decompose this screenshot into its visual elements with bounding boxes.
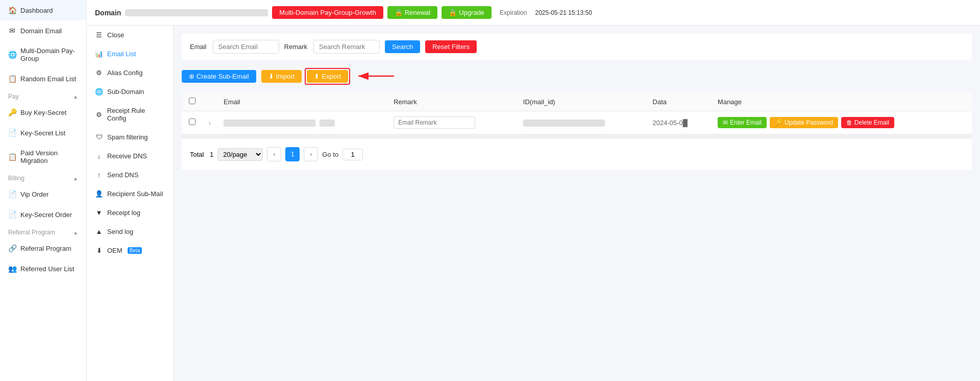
email-table: Email Remark ID(mail_id) Data Manage	[182, 92, 972, 134]
goto-input[interactable]	[342, 149, 363, 160]
email-remark-input[interactable]	[394, 116, 475, 129]
receipt-log-icon: ▼	[95, 209, 103, 217]
sec-sidebar-receipt-rule[interactable]: ⚙ Receipt Rule Config	[87, 101, 173, 128]
reset-filters-button[interactable]: Reset Filters	[425, 40, 477, 53]
sec-sidebar-oem[interactable]: ⬇ OEM Beta	[87, 241, 173, 260]
sec-sidebar-close[interactable]: ☰ Close	[87, 26, 173, 44]
horizontal-scrollbar[interactable]	[182, 134, 972, 138]
import-button[interactable]: ⬇ Import	[261, 70, 302, 83]
sidebar-item-dashboard[interactable]: 🏠 Dashboard	[0, 0, 86, 20]
sidebar-section-referral[interactable]: Referral Program ▲	[0, 225, 86, 238]
page-1-button[interactable]: 1	[285, 147, 300, 161]
sidebar-item-multi-domain[interactable]: 🌐 Multi-Domain Pay-Group	[0, 41, 86, 68]
sidebar: 🏠 Dashboard ✉ Domain Email 🌐 Multi-Domai…	[0, 0, 87, 381]
next-page-button[interactable]: ›	[304, 147, 318, 161]
receipt-rule-icon: ⚙	[95, 111, 103, 118]
sidebar-item-key-list[interactable]: 📄 Key-Secret List	[0, 123, 86, 143]
expand-icon[interactable]: ›	[209, 119, 211, 127]
sec-sidebar-receive-dns[interactable]: ↓ Receive DNS	[87, 147, 173, 165]
date-value: 2024-05-0█	[653, 119, 688, 127]
email-column-header: Email	[217, 92, 387, 111]
row-remark-cell	[387, 111, 517, 134]
sec-sidebar-sub-domain[interactable]: 🌐 Sub-Domain	[87, 82, 173, 101]
sec-sidebar-alias-config[interactable]: ⚙ Alias Config	[87, 63, 173, 82]
row-checkbox-cell	[182, 111, 202, 134]
sec-sidebar-send-dns[interactable]: ↑ Send DNS	[87, 165, 173, 184]
list-icon: 📋	[8, 75, 16, 83]
create-sub-email-button[interactable]: ⊕ Create Sub-Email	[182, 70, 256, 83]
secondary-sidebar: ☰ Close 📊 Email List ⚙ Alias Config 🌐 Su…	[87, 26, 174, 381]
prev-page-button[interactable]: ‹	[267, 147, 281, 161]
export-button-wrapper: ⬆ Export	[307, 70, 348, 83]
expiration-label: Expiration	[500, 9, 527, 16]
bar-chart-icon: 📊	[95, 50, 103, 58]
receive-dns-icon: ↓	[95, 152, 103, 160]
delete-email-button[interactable]: 🗑 Delete Email	[841, 117, 894, 128]
row-email-cell	[217, 111, 387, 134]
remark-search-input[interactable]	[313, 40, 380, 54]
globe-icon: 🌐	[8, 51, 16, 59]
sec-sidebar-email-list[interactable]: 📊 Email List	[87, 44, 173, 63]
row-expand-cell: ›	[202, 111, 217, 134]
plus-icon: ⊕	[189, 73, 194, 80]
sec-sidebar-receipt-log[interactable]: ▼ Receipt log	[87, 203, 173, 222]
row-date-cell: 2024-05-0█	[647, 111, 712, 134]
remark-column-header: Remark	[387, 92, 517, 111]
sidebar-section-pay[interactable]: Pay ▲	[0, 89, 86, 102]
sidebar-item-referred-users[interactable]: 👥 Referred User List	[0, 258, 86, 279]
expiration-value: 2025-05-21 15:13:50	[535, 9, 592, 16]
menu-icon: ☰	[95, 31, 103, 39]
subdomain-icon: 🌐	[95, 88, 103, 96]
expand-header	[202, 92, 217, 111]
sidebar-item-key-order[interactable]: 📄 Key-Secret Order	[0, 204, 86, 225]
sidebar-item-paid-migration[interactable]: 📋 Paid Version Migration	[0, 143, 86, 171]
sidebar-section-billing[interactable]: Billing ▲	[0, 171, 86, 184]
sidebar-item-random-email[interactable]: 📋 Random Email List	[0, 68, 86, 89]
sidebar-item-buy-key[interactable]: 🔑 Buy Key-Secret	[0, 102, 86, 123]
page-content: Email Remark Search Reset Filters ⊕ Crea…	[174, 26, 980, 381]
sec-sidebar-send-log[interactable]: ▲ Send log	[87, 222, 173, 241]
file-icon: 📄	[8, 129, 16, 137]
search-button[interactable]: Search	[385, 40, 420, 53]
remark-filter-label: Remark	[284, 43, 308, 51]
total-label: Total	[190, 151, 206, 158]
upgrade-icon: 🔒	[449, 9, 457, 16]
per-page-select[interactable]: 20/page 50/page 100/page	[217, 148, 263, 161]
manage-column-header: Manage	[712, 92, 972, 111]
update-password-button[interactable]: 🔑 Update Password	[770, 117, 838, 128]
import-icon: ⬇	[268, 73, 274, 80]
content-area: ☰ Close 📊 Email List ⚙ Alias Config 🌐 Su…	[87, 26, 980, 381]
spam-icon: 🛡	[95, 133, 103, 141]
email-search-input[interactable]	[213, 40, 279, 54]
arrow-annotation	[353, 66, 404, 86]
send-log-icon: ▲	[95, 228, 103, 235]
sec-sidebar-spam[interactable]: 🛡 Spam filtering	[87, 128, 173, 147]
users-icon: 👥	[8, 265, 16, 273]
key-icon: 🔑	[8, 108, 16, 116]
chevron-up-icon-billing: ▲	[73, 176, 78, 181]
action-row: ⊕ Create Sub-Email ⬇ Import ⬆ Export	[182, 66, 972, 86]
sidebar-item-referral-program[interactable]: 🔗 Referral Program	[0, 238, 86, 258]
main-area: Domain Multi-Domain Pay-Group-Growth 🔒 R…	[87, 0, 980, 381]
header: Domain Multi-Domain Pay-Group-Growth 🔒 R…	[87, 0, 980, 26]
domain-label: Domain	[95, 9, 121, 17]
email-filter-label: Email	[190, 43, 207, 51]
dashboard-icon: 🏠	[8, 6, 16, 14]
data-column-header: Data	[647, 92, 712, 111]
migration-icon: 📋	[8, 153, 16, 161]
total-count: 1	[210, 151, 213, 158]
export-icon: ⬆	[314, 73, 320, 80]
email-table-container: Email Remark ID(mail_id) Data Manage	[182, 92, 972, 138]
sidebar-item-vip-order[interactable]: 📄 Vip Order	[0, 184, 86, 204]
select-all-checkbox[interactable]	[189, 98, 195, 104]
alias-icon: ⚙	[95, 69, 103, 77]
export-button[interactable]: ⬆ Export	[307, 70, 348, 83]
renewal-btn[interactable]: 🔒 Renewal	[387, 6, 438, 19]
sidebar-item-domain-email[interactable]: ✉ Domain Email	[0, 20, 86, 41]
row-checkbox[interactable]	[189, 118, 195, 125]
sec-sidebar-recipient-sub[interactable]: 👤 Recipient Sub-Mail	[87, 184, 173, 203]
row-id-cell	[517, 111, 647, 134]
multi-domain-btn[interactable]: Multi-Domain Pay-Group-Growth	[272, 6, 383, 19]
upgrade-btn[interactable]: 🔒 Upgrade	[442, 6, 492, 19]
enter-email-button[interactable]: ✉ Enter Email	[718, 117, 767, 128]
